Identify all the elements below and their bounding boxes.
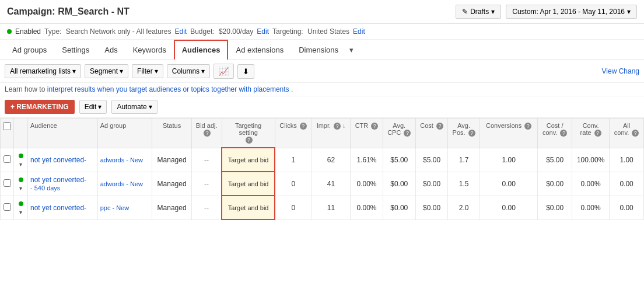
table-header-row: Audience Ad group Status Bid adj.? Targe… xyxy=(1,119,644,148)
header-audience: Audience xyxy=(28,119,98,148)
campaign-name: RM_Search - NT xyxy=(58,6,130,16)
tab-dimensions[interactable]: Dimensions xyxy=(291,40,346,60)
help-icon[interactable]: ? xyxy=(300,123,307,130)
all-remarketing-dropdown[interactable]: All remarketing lists ▾ xyxy=(5,64,81,78)
adgroup-link[interactable]: ppc - New xyxy=(100,204,130,211)
row-checkbox[interactable] xyxy=(4,179,11,187)
adgroup-cell: adwords - New xyxy=(97,148,152,172)
bid-adj-cell: -- xyxy=(191,196,222,220)
tab-ad-extensions[interactable]: Ad extensions xyxy=(228,40,291,60)
help-icon[interactable]: ? xyxy=(246,137,253,144)
header-checkbox-cell xyxy=(1,119,14,148)
adgroup-link[interactable]: adwords - New xyxy=(100,180,143,187)
tab-settings[interactable]: Settings xyxy=(54,40,97,60)
learn-bar: Learn how to interpret results when you … xyxy=(0,83,644,96)
bid-adj-cell: -- xyxy=(191,148,222,172)
remarketing-button[interactable]: + REMARKETING xyxy=(5,100,75,114)
help-icon[interactable]: ? xyxy=(334,123,341,130)
cost-conv-cell: $0.00 xyxy=(538,172,572,196)
chart-view-button[interactable]: 📈 xyxy=(214,64,234,79)
clicks-cell: 0 xyxy=(275,196,312,220)
days-text: - 540 days xyxy=(30,184,60,191)
tab-bar: audience Ad groups Settings Ads Keywords… xyxy=(0,40,644,60)
table-row: ▾ not yet converted- ppc - New Managed -… xyxy=(1,196,644,220)
chevron-down-icon: ▾ xyxy=(155,67,158,75)
tab-audiences[interactable]: Audiences xyxy=(174,40,229,60)
adgroup-cell: ppc - New xyxy=(97,196,152,220)
clicks-cell: 0 xyxy=(275,172,312,196)
view-change-link[interactable]: View Chang xyxy=(602,67,640,75)
tab-more-icon[interactable]: ▾ xyxy=(346,41,357,59)
row-checkbox[interactable] xyxy=(4,155,11,163)
edit-type-link[interactable]: Edit xyxy=(175,27,187,36)
campaign-title: Campaign: RM_Search - NT xyxy=(7,6,130,17)
header-impr: Impr. ? ↓ xyxy=(312,119,351,148)
conversions-cell: 0.00 xyxy=(480,172,538,196)
cost-conv-cell: $5.00 xyxy=(538,148,572,172)
sort-icon: ↓ xyxy=(342,123,345,129)
help-icon[interactable]: ? xyxy=(594,130,601,137)
table-row: ▾ not yet converted- - 540 days adwords … xyxy=(1,172,644,196)
status-cell: Managed xyxy=(152,196,191,220)
edit-targeting-link[interactable]: Edit xyxy=(353,27,365,36)
audience-cell: not yet converted- xyxy=(28,148,98,172)
type-label: Type: Search Network only - All features xyxy=(44,27,171,36)
header-targeting: Targetingsetting? xyxy=(222,119,275,148)
help-icon[interactable]: ? xyxy=(468,130,475,137)
cost-conv-cell: $0.00 xyxy=(538,196,572,220)
select-all-checkbox[interactable] xyxy=(3,122,11,130)
status-dot xyxy=(19,154,23,158)
columns-dropdown[interactable]: Columns ▾ xyxy=(167,64,210,78)
status-cell: Managed xyxy=(152,148,191,172)
automate-button[interactable]: Automate ▾ xyxy=(111,100,157,114)
help-icon[interactable]: ? xyxy=(404,130,411,137)
header-status: Status xyxy=(152,119,191,148)
adgroup-link[interactable]: adwords - New xyxy=(100,156,143,163)
conv-rate-cell: 0.00% xyxy=(572,172,610,196)
conversions-cell: 1.00 xyxy=(480,148,538,172)
filter-dropdown[interactable]: Filter ▾ xyxy=(132,64,163,78)
learn-link[interactable]: interpret results when you target audien… xyxy=(47,85,289,93)
cost-cell: $0.00 xyxy=(415,196,447,220)
top-right-controls: ✎ Drafts ▾ Custom: Apr 1, 2016 - May 11,… xyxy=(456,5,637,19)
info-bar: Enabled Type: Search Network only - All … xyxy=(0,24,644,40)
campaign-label: Campaign: xyxy=(7,6,55,16)
help-icon[interactable]: ? xyxy=(632,130,639,137)
segment-dropdown[interactable]: Segment ▾ xyxy=(85,64,128,78)
help-icon[interactable]: ? xyxy=(371,123,378,130)
header-cost: Cost ? xyxy=(415,119,447,148)
edit-button[interactable]: Edit ▾ xyxy=(79,100,107,114)
help-icon[interactable]: ? xyxy=(204,130,211,137)
targeting-label: Targeting: United States xyxy=(272,27,349,36)
date-range-button[interactable]: Custom: Apr 1, 2016 - May 11, 2016 ▾ xyxy=(506,5,637,19)
header-avg-pos: Avg.Pos. ? xyxy=(448,119,480,148)
ctr-cell: 0.00% xyxy=(351,196,383,220)
help-icon[interactable]: ? xyxy=(524,123,531,130)
cost-cell: $5.00 xyxy=(415,148,447,172)
audience-link[interactable]: not yet converted- xyxy=(30,204,86,212)
tab-keywords[interactable]: Keywords xyxy=(125,40,174,60)
tab-ad-groups[interactable]: Ad groups xyxy=(5,40,54,60)
chevron-down-icon: ▾ xyxy=(98,103,102,111)
bid-adj-cell: -- xyxy=(191,172,222,196)
audiences-table: Audience Ad group Status Bid adj.? Targe… xyxy=(0,118,644,220)
audience-link[interactable]: not yet converted- xyxy=(30,156,86,164)
help-icon[interactable]: ? xyxy=(436,123,443,130)
download-button[interactable]: ⬇ xyxy=(237,64,254,79)
header-avg-cpc: Avg.CPC ? xyxy=(383,119,415,148)
toolbar: All remarketing lists ▾ Segment ▾ Filter… xyxy=(0,60,644,83)
audience-link[interactable]: not yet converted- xyxy=(30,176,86,184)
all-conv-cell: 0.00 xyxy=(610,196,644,220)
ctr-cell: 0.00% xyxy=(351,172,383,196)
drafts-button[interactable]: ✎ Drafts ▾ xyxy=(456,5,501,19)
chevron-down-icon: ▾ xyxy=(491,8,495,16)
row-checkbox-cell xyxy=(1,148,14,172)
help-icon[interactable]: ? xyxy=(560,130,567,137)
all-conv-cell: 0.00 xyxy=(610,172,644,196)
conversions-cell: 0.00 xyxy=(480,196,538,220)
targeting-cell: Target and bid xyxy=(222,172,275,196)
tab-ads[interactable]: Ads xyxy=(97,40,125,60)
table-row: ▾ not yet converted- adwords - New Manag… xyxy=(1,148,644,172)
edit-budget-link[interactable]: Edit xyxy=(257,27,269,36)
row-checkbox[interactable] xyxy=(4,203,11,211)
